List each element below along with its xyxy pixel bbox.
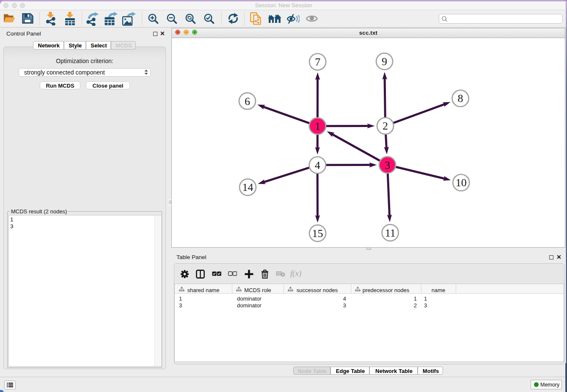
svg-text:14: 14 (242, 181, 253, 193)
svg-text:8: 8 (458, 92, 463, 105)
svg-text:10: 10 (456, 177, 467, 189)
svg-text:6: 6 (245, 95, 250, 108)
svg-text:7: 7 (315, 56, 320, 68)
svg-text:1: 1 (315, 120, 320, 133)
svg-text:9: 9 (382, 55, 387, 68)
svg-text:2: 2 (383, 120, 388, 132)
svg-text:4: 4 (315, 159, 320, 171)
svg-text:15: 15 (312, 227, 323, 240)
svg-text:11: 11 (385, 227, 396, 239)
svg-text:3: 3 (385, 159, 390, 171)
